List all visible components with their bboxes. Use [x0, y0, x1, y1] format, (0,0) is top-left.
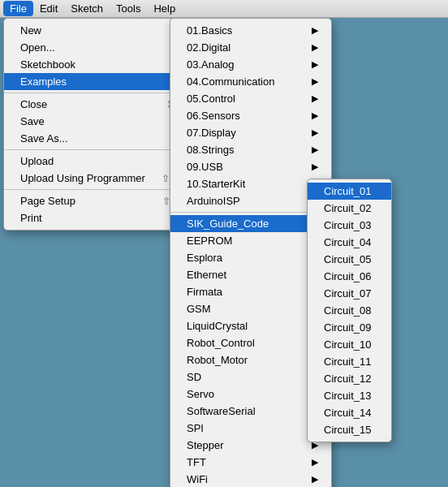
circuit-item-label: Circuit_01 — [324, 185, 378, 197]
circuit-submenu: Circuit_01Circuit_02Circuit_03Circuit_04… — [307, 179, 392, 442]
examples-item-label: Robot_Control — [187, 337, 305, 349]
submenu-arrow-icon: ▶ — [312, 93, 318, 104]
menu-item-label: Save As... — [20, 132, 154, 144]
submenu-arrow-icon: ▶ — [312, 162, 318, 172]
examples-item-label: Firmata — [187, 286, 305, 298]
circuit-item-label: Circuit_10 — [324, 338, 378, 351]
menu-item-label: Close — [20, 98, 151, 110]
examples-item-label: 02.Digital — [187, 41, 305, 54]
circuit-item-circuit-08[interactable]: Circuit_08 — [308, 302, 391, 319]
submenu-arrow-icon: ▶ — [312, 457, 318, 468]
submenu-arrow-icon: ▶ — [312, 110, 318, 121]
submenu-arrow-icon: ▶ — [312, 25, 318, 36]
submenu-arrow-icon: ▶ — [312, 144, 318, 155]
examples-item-01-basics[interactable]: 01.Basics▶ — [170, 22, 331, 39]
examples-item-label: TFT — [187, 456, 305, 468]
menubar-item-file[interactable]: File — [3, 1, 33, 16]
circuit-item-circuit-11[interactable]: Circuit_11 — [308, 353, 391, 370]
examples-item-label: Ethernet — [187, 269, 305, 281]
examples-item-04-communication[interactable]: 04.Communication▶ — [170, 73, 331, 90]
examples-item-07-display[interactable]: 07.Display▶ — [170, 124, 331, 141]
menu-item-label: Examples — [20, 75, 174, 88]
menu-item-label: Open... — [20, 41, 153, 54]
examples-item-label: SPI — [187, 422, 305, 434]
examples-item-tft[interactable]: TFT▶ — [170, 454, 331, 471]
circuit-item-circuit-12[interactable]: Circuit_12 — [308, 370, 391, 387]
circuit-item-circuit-13[interactable]: Circuit_13 — [308, 387, 391, 404]
menu-item-label: Print — [20, 212, 154, 224]
circuit-item-circuit-10[interactable]: Circuit_10 — [308, 336, 391, 353]
submenu-arrow-icon: ▶ — [312, 127, 318, 138]
circuit-item-circuit-14[interactable]: Circuit_14 — [308, 404, 391, 421]
menubar-item-help[interactable]: Help — [147, 1, 182, 16]
circuit-item-label: Circuit_09 — [324, 321, 378, 334]
examples-item-label: Robot_Motor — [187, 354, 305, 366]
circuit-item-circuit-09[interactable]: Circuit_09 — [308, 319, 391, 336]
examples-item-label: 09.USB — [187, 161, 305, 173]
circuit-item-label: Circuit_11 — [324, 356, 378, 368]
circuit-item-circuit-15[interactable]: Circuit_15 — [308, 421, 391, 438]
examples-item-label: SoftwareSerial — [187, 405, 305, 417]
examples-item-03-analog[interactable]: 03.Analog▶ — [170, 56, 331, 73]
examples-item-label: 08.Strings — [187, 144, 305, 156]
submenu-arrow-icon: ▶ — [312, 59, 318, 70]
examples-item-label: ArduinoISP — [187, 195, 318, 207]
submenu-arrow-icon: ▶ — [312, 42, 318, 53]
circuit-item-label: Circuit_07 — [324, 287, 378, 300]
circuit-item-circuit-03[interactable]: Circuit_03 — [308, 217, 391, 234]
examples-item-label: Stepper — [187, 439, 305, 451]
circuit-item-circuit-04[interactable]: Circuit_04 — [308, 234, 391, 251]
examples-item-05-control[interactable]: 05.Control▶ — [170, 90, 331, 107]
examples-item-02-digital[interactable]: 02.Digital▶ — [170, 39, 331, 56]
menu-item-label: Save — [20, 115, 154, 127]
circuit-item-label: Circuit_14 — [324, 407, 378, 419]
examples-item-09-usb[interactable]: 09.USB▶ — [170, 158, 331, 175]
menu-item-label: New — [20, 24, 153, 37]
menu-item-label: Upload Using Programmer — [20, 172, 145, 184]
examples-item-label: EEPROM — [187, 235, 305, 247]
menu-item-label: Page Setup — [20, 195, 146, 207]
examples-item-label: 06.Sensors — [187, 110, 305, 122]
submenu-arrow-icon: ▶ — [312, 76, 318, 87]
circuit-item-label: Circuit_12 — [324, 373, 378, 385]
circuit-item-circuit-01[interactable]: Circuit_01 — [308, 183, 391, 200]
circuit-item-circuit-05[interactable]: Circuit_05 — [308, 251, 391, 268]
menu-item-label: Sketchbook — [20, 58, 174, 71]
examples-item-label: Esplora — [187, 252, 305, 264]
circuit-item-label: Circuit_03 — [324, 219, 378, 231]
examples-item-label: GSM — [187, 303, 305, 315]
examples-item-label: 03.Analog — [187, 58, 305, 71]
examples-item-label: Servo — [187, 388, 305, 400]
menubar: FileEditSketchToolsHelp — [0, 0, 448, 18]
examples-item-label: SD — [187, 371, 305, 383]
circuit-item-label: Circuit_05 — [324, 253, 378, 265]
examples-item-label: LiquidCrystal — [187, 320, 305, 332]
circuit-item-label: Circuit_08 — [324, 304, 378, 317]
menu-item-label: Upload — [20, 155, 153, 167]
circuit-item-circuit-07[interactable]: Circuit_07 — [308, 285, 391, 302]
circuit-item-label: Circuit_06 — [324, 270, 378, 282]
examples-item-label: 04.Communication — [187, 75, 305, 88]
circuit-item-label: Circuit_02 — [324, 202, 378, 214]
examples-item-06-sensors[interactable]: 06.Sensors▶ — [170, 107, 331, 124]
examples-item-label: 01.Basics — [187, 24, 305, 37]
circuit-item-label: Circuit_13 — [324, 390, 378, 402]
examples-item-label: WiFi — [187, 473, 305, 485]
circuit-item-label: Circuit_15 — [324, 424, 378, 436]
examples-item-label: SIK_Guide_Code — [187, 218, 305, 230]
examples-item-wifi[interactable]: WiFi▶ — [170, 471, 331, 487]
menubar-item-sketch[interactable]: Sketch — [64, 1, 110, 16]
examples-item-label: 07.Display — [187, 127, 305, 139]
circuit-item-label: Circuit_04 — [324, 236, 378, 248]
circuit-item-circuit-06[interactable]: Circuit_06 — [308, 268, 391, 285]
examples-item-label: 10.StarterKit — [187, 178, 305, 190]
circuit-item-circuit-02[interactable]: Circuit_02 — [308, 200, 391, 217]
submenu-arrow-icon: ▶ — [312, 474, 318, 485]
menubar-item-tools[interactable]: Tools — [110, 1, 147, 16]
examples-item-label: 05.Control — [187, 93, 305, 105]
examples-item-08-strings[interactable]: 08.Strings▶ — [170, 141, 331, 158]
menubar-item-edit[interactable]: Edit — [33, 1, 64, 16]
